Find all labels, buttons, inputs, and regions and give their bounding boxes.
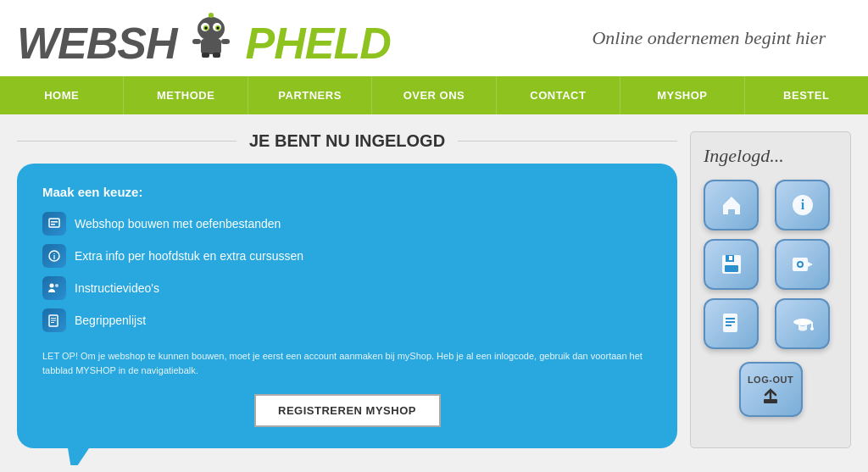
graduate-icon (790, 311, 815, 336)
sidebar-info-button[interactable]: i (775, 180, 830, 230)
svg-point-5 (205, 26, 208, 29)
svg-rect-38 (726, 325, 732, 326)
svg-point-34 (798, 263, 802, 266)
navigation: HOME METHODE PARTNERS OVER ONS CONTACT M… (0, 76, 868, 114)
bubble-warning: LET OP! Om je webshop te kunnen bouwen, … (42, 349, 652, 377)
logout-label: LOG-OUT (748, 375, 793, 385)
svg-point-6 (217, 26, 220, 29)
page-title: JE BENT NU INGELOGD (249, 131, 445, 151)
sidebar: Ingelogd... i (690, 131, 851, 448)
sidebar-graduate-button[interactable] (775, 298, 830, 349)
list-item: Begrippenlijst (42, 308, 652, 332)
info-icon: i (790, 192, 815, 218)
svg-rect-9 (201, 39, 221, 54)
list-item-text: Webshop bouwen met oefenbestanden (75, 217, 281, 230)
sidebar-save-button[interactable] (704, 239, 759, 290)
svg-rect-29 (725, 265, 738, 272)
logout-button[interactable]: LOG-OUT (739, 362, 803, 417)
svg-rect-15 (51, 221, 58, 223)
list-item-text: Begrippenlijst (75, 314, 146, 327)
register-button[interactable]: REGISTREREN MYSHOP (254, 394, 441, 427)
webshop-icon (42, 212, 66, 236)
svg-point-20 (55, 284, 58, 287)
list-item-text: Instructievideo's (75, 281, 159, 295)
nav-contact[interactable]: CONTACT (497, 76, 620, 114)
list-item: Webshop bouwen met oefenbestanden (42, 212, 652, 236)
svg-rect-14 (49, 219, 59, 227)
book-icon (719, 311, 744, 336)
svg-rect-43 (764, 399, 777, 403)
sidebar-home-button[interactable] (704, 180, 759, 230)
logo-robot-icon (190, 12, 232, 58)
home-icon (719, 192, 744, 218)
title-line-left (17, 141, 236, 142)
icon-grid: i (704, 180, 837, 349)
content-area: JE BENT NU INGELOGD Maak een keuze: Webs… (17, 131, 677, 448)
svg-text:i: i (53, 253, 56, 261)
logout-area: LOG-OUT (704, 362, 837, 417)
main-content: JE BENT NU INGELOGD Maak een keuze: Webs… (0, 114, 868, 465)
nav-over-ons[interactable]: OVER ONS (372, 76, 496, 114)
video-icon (790, 252, 815, 277)
page-title-section: JE BENT NU INGELOGD (17, 131, 677, 151)
info-list-icon: i (42, 244, 66, 268)
sidebar-video-button[interactable] (775, 239, 830, 290)
svg-rect-22 (51, 318, 56, 319)
video-list-icon (42, 276, 66, 300)
svg-rect-23 (51, 320, 56, 321)
svg-rect-16 (51, 224, 55, 225)
svg-rect-12 (202, 53, 209, 58)
nav-home[interactable]: HOME (0, 76, 124, 114)
save-icon (719, 252, 744, 277)
speech-bubble: Maak een keuze: Webshop bouwen met oefen… (17, 164, 677, 448)
svg-rect-30 (729, 256, 732, 260)
nav-methode[interactable]: METHODE (124, 76, 248, 114)
nav-partners[interactable]: PARTNERS (248, 76, 372, 114)
svg-point-19 (50, 284, 54, 288)
logo-area: WEBSH (17, 12, 421, 65)
nav-bestel[interactable]: BESTEL (745, 76, 868, 114)
tagline: Online ondernemen begint hier (421, 27, 851, 49)
logo: WEBSH (17, 12, 391, 65)
bubble-heading: Maak een keuze: (42, 185, 652, 199)
sidebar-book-button[interactable] (704, 298, 759, 349)
bubble-list: Webshop bouwen met oefenbestanden i Extr… (42, 212, 652, 332)
list-item-text: Extra info per hoofdstuk en extra cursus… (75, 249, 303, 263)
svg-rect-24 (51, 322, 54, 323)
list-item: Instructievideo's (42, 276, 652, 300)
svg-marker-32 (808, 262, 813, 267)
nav-myshop[interactable]: MYSHOP (620, 76, 744, 114)
title-line-right (458, 141, 677, 142)
svg-rect-11 (221, 39, 230, 44)
svg-rect-10 (192, 39, 201, 44)
sidebar-title: Ingelogd... (704, 145, 837, 167)
svg-rect-13 (213, 53, 220, 58)
logout-arrow-icon (760, 388, 781, 405)
svg-rect-37 (726, 321, 735, 323)
svg-point-8 (209, 13, 214, 18)
book-list-icon (42, 308, 66, 332)
header: WEBSH (0, 0, 868, 76)
list-item: i Extra info per hoofdstuk en extra curs… (42, 244, 652, 268)
svg-point-42 (810, 327, 814, 330)
svg-text:i: i (800, 197, 804, 212)
svg-rect-36 (726, 318, 735, 319)
